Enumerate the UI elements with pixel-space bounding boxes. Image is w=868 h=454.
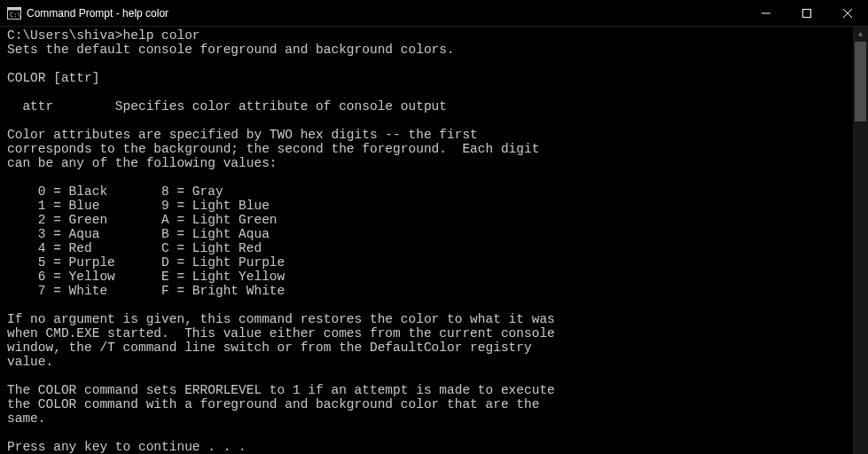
output-line: the COLOR command with a foreground and … [7, 397, 539, 411]
scrollbar-thumb[interactable] [855, 42, 866, 121]
output-line: 7 = White F = Bright White [7, 284, 285, 298]
vertical-scrollbar[interactable]: ▲ [853, 27, 868, 454]
output-line: window, the /T command line switch or fr… [7, 340, 532, 355]
svg-rect-1 [8, 7, 21, 10]
output-line: when CMD.EXE started. This value either … [7, 326, 555, 340]
minimize-button[interactable] [746, 0, 786, 27]
output-line: If no argument is given, this command re… [7, 312, 555, 326]
close-button[interactable] [827, 0, 868, 27]
output-line: The COLOR command sets ERRORLEVEL to 1 i… [7, 383, 555, 397]
titlebar[interactable]: C:\ Command Prompt - help color [0, 0, 868, 27]
output-line: Sets the default console foreground and … [7, 43, 455, 57]
output-line: 1 = Blue 9 = Light Blue [7, 199, 270, 213]
terminal-output[interactable]: C:\Users\shiva>help color Sets the defau… [0, 27, 868, 454]
output-line: corresponds to the background; the secon… [7, 142, 539, 156]
output-line: 6 = Yellow E = Light Yellow [7, 270, 285, 284]
maximize-button[interactable] [786, 0, 827, 27]
output-line: 2 = Green A = Light Green [7, 213, 278, 227]
prompt-text: C:\Users\shiva> [7, 28, 123, 43]
svg-text:C:\: C:\ [10, 12, 21, 19]
window-title: Command Prompt - help color [27, 7, 168, 20]
output-line: COLOR [attr] [7, 71, 99, 85]
svg-rect-4 [803, 9, 811, 17]
output-line: same. [7, 411, 46, 426]
press-any-key: Press any key to continue . . . [7, 440, 246, 454]
output-line: value. [7, 355, 53, 369]
output-line: 0 = Black 8 = Gray [7, 184, 223, 199]
output-line: can be any of the following values: [7, 156, 278, 170]
command-text: help color [123, 28, 200, 43]
cmd-icon: C:\ [7, 6, 21, 20]
output-line: attr Specifies color attribute of consol… [7, 99, 447, 114]
scroll-up-arrow-icon[interactable]: ▲ [853, 27, 868, 42]
output-line: Color attributes are specified by TWO he… [7, 128, 478, 142]
output-line: 3 = Aqua B = Light Aqua [7, 227, 270, 241]
output-line: 5 = Purple D = Light Purple [7, 255, 285, 270]
output-line: 4 = Red C = Light Red [7, 241, 262, 255]
